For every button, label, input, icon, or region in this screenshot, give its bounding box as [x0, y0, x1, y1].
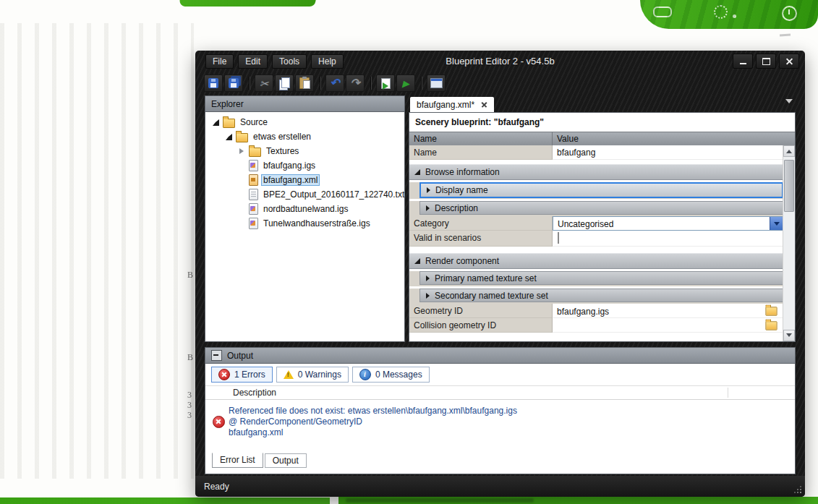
info-icon: [359, 369, 371, 380]
xml-file-icon: [249, 174, 258, 186]
row-collapsed-icon[interactable]: [426, 205, 430, 211]
cut-button[interactable]: ✂: [255, 74, 273, 92]
property-label: Secondary named texture set: [435, 291, 548, 301]
undo-icon: ↶: [330, 78, 339, 88]
error-message: Referenced file does not exist: etwas er…: [229, 406, 517, 438]
column-header-name: Name: [409, 132, 553, 145]
property-row-display-name[interactable]: Display name: [409, 182, 783, 199]
property-label: Geometry ID: [409, 304, 553, 318]
tree-item-etwas-erstellen[interactable]: etwas erstellen: [205, 129, 404, 144]
toolbar: ✂ ↶ ↷ ▶: [204, 74, 796, 93]
tree-item-label: Source: [238, 116, 270, 128]
valid-in-scenarios-checkbox[interactable]: [558, 232, 559, 244]
toolbar-separator: [421, 77, 422, 90]
explorer-panel: Explorer Source etwas erstellen Textures: [205, 95, 405, 342]
output-body: 1 Errors 0 Warnings 0 Messages Descripti…: [205, 363, 796, 474]
run-icon: ▶: [402, 79, 409, 88]
row-collapsed-icon[interactable]: [426, 276, 430, 281]
maximize-button[interactable]: [756, 54, 776, 69]
close-tab-icon[interactable]: [481, 101, 487, 108]
undo-button[interactable]: ↶: [325, 74, 344, 92]
redo-icon: ↷: [350, 78, 359, 88]
tree-item-bpe2-output-txt[interactable]: BPE2_Output_20160117_122740.txt: [205, 187, 404, 202]
section-render-component[interactable]: Render component: [409, 253, 783, 269]
paint-smudge: [780, 33, 791, 36]
tab-bfaufgang-xml[interactable]: bfaufgang.xml*: [410, 97, 494, 112]
resize-grip[interactable]: [793, 484, 801, 493]
property-label: Category: [409, 216, 553, 231]
redo-button[interactable]: ↷: [346, 74, 365, 92]
tab-list-chevron-icon[interactable]: [785, 99, 793, 107]
expander-icon[interactable]: [237, 147, 246, 155]
tree-item-textures[interactable]: Textures: [205, 144, 404, 158]
vertical-scrollbar[interactable]: [783, 145, 795, 341]
tree-item-tunelwandhauserstrasse-igs[interactable]: Tunelwandhauserstraße.igs: [205, 216, 404, 231]
preview-button[interactable]: [427, 74, 446, 92]
collapse-output-button[interactable]: [211, 350, 222, 361]
name-value-field[interactable]: bfaufgang: [553, 145, 783, 160]
tree-item-source[interactable]: Source: [205, 115, 404, 129]
arrow-up-icon: [786, 147, 792, 153]
tab-output[interactable]: Output: [265, 453, 307, 468]
row-collapsed-icon[interactable]: [427, 187, 430, 193]
property-row-primary-texture-set[interactable]: Primary named texture set: [409, 271, 783, 286]
browse-folder-icon[interactable]: [765, 307, 777, 315]
property-row-description[interactable]: Description: [409, 201, 783, 216]
menu-help[interactable]: Help: [311, 54, 344, 69]
output-header-label: Output: [227, 351, 253, 361]
menu-edit[interactable]: Edit: [238, 54, 268, 69]
column-divider: [728, 388, 728, 398]
menu-file[interactable]: File: [205, 54, 234, 69]
background-glyph: 3: [187, 411, 192, 419]
tree-item-label: nordbadtunelwand.igs: [261, 203, 350, 215]
collision-geometry-id-value[interactable]: [557, 325, 765, 326]
warnings-filter-button[interactable]: 0 Warnings: [276, 367, 349, 383]
save-all-button[interactable]: [224, 74, 243, 92]
titlebar[interactable]: File Edit Tools Help Blueprint Editor 2 …: [195, 51, 805, 72]
tree-item-bfaufgang-xml[interactable]: bfaufgang.xml: [205, 173, 404, 187]
scrollbar-thumb[interactable]: [784, 160, 794, 212]
save-icon: [208, 78, 218, 88]
errors-filter-button[interactable]: 1 Errors: [211, 367, 273, 383]
tree-item-bfaufgang-igs[interactable]: bfaufgang.igs: [205, 158, 404, 173]
warnings-filter-label: 0 Warnings: [298, 370, 341, 380]
save-button[interactable]: [204, 74, 223, 92]
output-panel: Output 1 Errors 0 Warnings 0 Messages: [205, 347, 796, 474]
export-button[interactable]: [376, 74, 395, 92]
section-label: Browse information: [425, 167, 500, 177]
scroll-down-button[interactable]: [783, 330, 795, 341]
menu-tools[interactable]: Tools: [272, 54, 307, 69]
output-header: Output: [205, 347, 796, 363]
geometry-id-value[interactable]: bfaufgang.igs: [557, 305, 765, 317]
tree-item-nordbadtunelwand-igs[interactable]: nordbadtunelwand.igs: [205, 202, 404, 216]
run-button[interactable]: ▶: [396, 74, 415, 92]
error-message-line: bfaufgang.xml: [229, 427, 517, 438]
background-glyph: 3: [187, 401, 192, 409]
expander-icon[interactable]: [211, 118, 220, 127]
tree-item-label: Tunelwandhauserstraße.igs: [261, 218, 372, 229]
tab-error-list[interactable]: Error List: [212, 453, 263, 468]
error-list-item[interactable]: Referenced file does not exist: etwas er…: [205, 400, 795, 438]
expander-icon[interactable]: [224, 132, 233, 141]
minimize-button[interactable]: [733, 54, 753, 69]
browse-folder-icon[interactable]: [765, 321, 777, 330]
close-button[interactable]: [779, 54, 799, 69]
close-icon: [785, 57, 793, 65]
section-browse-information[interactable]: Browse information: [409, 164, 783, 180]
property-row-secondary-texture-set[interactable]: Secondary named texture set: [409, 289, 783, 304]
paste-button[interactable]: [295, 74, 314, 92]
toolbar-separator: [320, 77, 321, 90]
property-row-valid-in-scenarios: Valid in scenarios: [409, 231, 783, 247]
category-dropdown[interactable]: Uncategorised: [553, 216, 783, 231]
tree-item-label: etwas erstellen: [251, 131, 313, 142]
folder-icon: [236, 133, 248, 142]
row-collapsed-icon[interactable]: [426, 293, 430, 299]
desktop: B B 3 3 3 File Edit Tools Help Blueprint…: [0, 0, 818, 504]
copy-button[interactable]: [275, 74, 294, 92]
property-label: Description: [435, 203, 478, 213]
explorer-tree: Source etwas erstellen Textures bfaufgan…: [205, 111, 405, 342]
section-label: Render component: [425, 256, 499, 266]
dropdown-button[interactable]: [770, 217, 783, 230]
scroll-up-button[interactable]: [783, 145, 795, 157]
messages-filter-button[interactable]: 0 Messages: [352, 367, 430, 383]
